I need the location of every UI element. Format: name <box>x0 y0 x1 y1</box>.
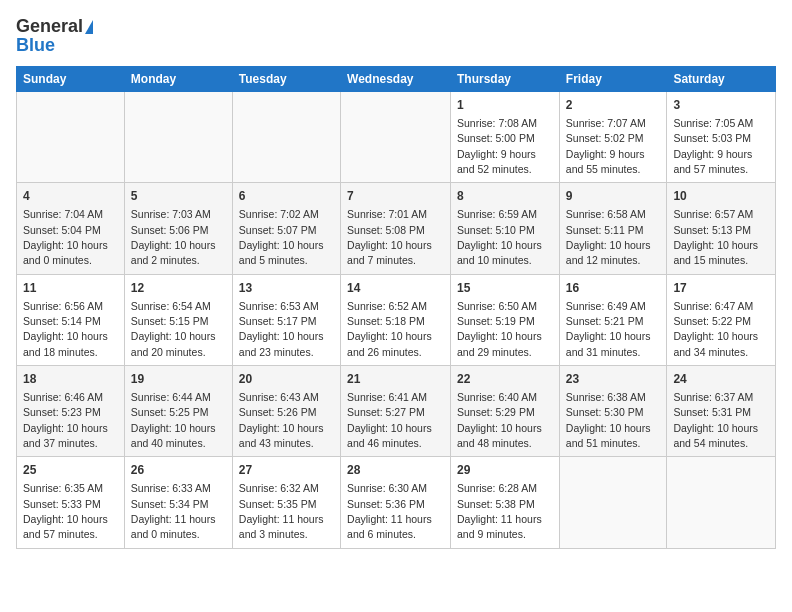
day-info: Sunrise: 7:05 AM Sunset: 5:03 PM Dayligh… <box>673 117 753 175</box>
logo-triangle-icon <box>85 20 93 34</box>
day-number: 5 <box>131 188 226 205</box>
day-number: 17 <box>673 280 769 297</box>
calendar-cell: 3Sunrise: 7:05 AM Sunset: 5:03 PM Daylig… <box>667 92 776 183</box>
calendar-cell: 12Sunrise: 6:54 AM Sunset: 5:15 PM Dayli… <box>124 274 232 365</box>
calendar-cell: 6Sunrise: 7:02 AM Sunset: 5:07 PM Daylig… <box>232 183 340 274</box>
day-info: Sunrise: 6:37 AM Sunset: 5:31 PM Dayligh… <box>673 391 758 449</box>
logo: General Blue <box>16 16 93 56</box>
calendar-cell <box>17 92 125 183</box>
calendar-cell: 9Sunrise: 6:58 AM Sunset: 5:11 PM Daylig… <box>559 183 667 274</box>
calendar-cell: 19Sunrise: 6:44 AM Sunset: 5:25 PM Dayli… <box>124 366 232 457</box>
day-number: 21 <box>347 371 444 388</box>
logo-general-text: General <box>16 16 83 37</box>
day-number: 20 <box>239 371 334 388</box>
calendar-cell: 15Sunrise: 6:50 AM Sunset: 5:19 PM Dayli… <box>451 274 560 365</box>
calendar-cell: 25Sunrise: 6:35 AM Sunset: 5:33 PM Dayli… <box>17 457 125 548</box>
week-row-4: 18Sunrise: 6:46 AM Sunset: 5:23 PM Dayli… <box>17 366 776 457</box>
calendar-cell <box>559 457 667 548</box>
day-number: 13 <box>239 280 334 297</box>
day-number: 1 <box>457 97 553 114</box>
day-number: 23 <box>566 371 661 388</box>
calendar-cell: 29Sunrise: 6:28 AM Sunset: 5:38 PM Dayli… <box>451 457 560 548</box>
calendar-cell: 16Sunrise: 6:49 AM Sunset: 5:21 PM Dayli… <box>559 274 667 365</box>
header-day-friday: Friday <box>559 67 667 92</box>
day-info: Sunrise: 6:54 AM Sunset: 5:15 PM Dayligh… <box>131 300 216 358</box>
week-row-2: 4Sunrise: 7:04 AM Sunset: 5:04 PM Daylig… <box>17 183 776 274</box>
day-info: Sunrise: 7:03 AM Sunset: 5:06 PM Dayligh… <box>131 208 216 266</box>
calendar-cell: 2Sunrise: 7:07 AM Sunset: 5:02 PM Daylig… <box>559 92 667 183</box>
calendar-cell: 11Sunrise: 6:56 AM Sunset: 5:14 PM Dayli… <box>17 274 125 365</box>
week-row-5: 25Sunrise: 6:35 AM Sunset: 5:33 PM Dayli… <box>17 457 776 548</box>
calendar-cell <box>341 92 451 183</box>
day-info: Sunrise: 7:08 AM Sunset: 5:00 PM Dayligh… <box>457 117 537 175</box>
day-info: Sunrise: 6:56 AM Sunset: 5:14 PM Dayligh… <box>23 300 108 358</box>
day-info: Sunrise: 6:44 AM Sunset: 5:25 PM Dayligh… <box>131 391 216 449</box>
calendar-table: SundayMondayTuesdayWednesdayThursdayFrid… <box>16 66 776 549</box>
day-number: 8 <box>457 188 553 205</box>
day-number: 22 <box>457 371 553 388</box>
day-info: Sunrise: 6:38 AM Sunset: 5:30 PM Dayligh… <box>566 391 651 449</box>
calendar-cell <box>667 457 776 548</box>
day-info: Sunrise: 6:57 AM Sunset: 5:13 PM Dayligh… <box>673 208 758 266</box>
calendar-cell: 4Sunrise: 7:04 AM Sunset: 5:04 PM Daylig… <box>17 183 125 274</box>
header-day-monday: Monday <box>124 67 232 92</box>
day-info: Sunrise: 6:32 AM Sunset: 5:35 PM Dayligh… <box>239 482 324 540</box>
calendar-cell: 18Sunrise: 6:46 AM Sunset: 5:23 PM Dayli… <box>17 366 125 457</box>
day-number: 19 <box>131 371 226 388</box>
day-number: 9 <box>566 188 661 205</box>
calendar-cell: 27Sunrise: 6:32 AM Sunset: 5:35 PM Dayli… <box>232 457 340 548</box>
week-row-1: 1Sunrise: 7:08 AM Sunset: 5:00 PM Daylig… <box>17 92 776 183</box>
calendar-cell: 10Sunrise: 6:57 AM Sunset: 5:13 PM Dayli… <box>667 183 776 274</box>
calendar-cell: 28Sunrise: 6:30 AM Sunset: 5:36 PM Dayli… <box>341 457 451 548</box>
day-info: Sunrise: 7:02 AM Sunset: 5:07 PM Dayligh… <box>239 208 324 266</box>
week-row-3: 11Sunrise: 6:56 AM Sunset: 5:14 PM Dayli… <box>17 274 776 365</box>
calendar-cell: 8Sunrise: 6:59 AM Sunset: 5:10 PM Daylig… <box>451 183 560 274</box>
day-info: Sunrise: 6:53 AM Sunset: 5:17 PM Dayligh… <box>239 300 324 358</box>
header-day-sunday: Sunday <box>17 67 125 92</box>
day-info: Sunrise: 7:01 AM Sunset: 5:08 PM Dayligh… <box>347 208 432 266</box>
header-day-saturday: Saturday <box>667 67 776 92</box>
calendar-cell: 7Sunrise: 7:01 AM Sunset: 5:08 PM Daylig… <box>341 183 451 274</box>
day-number: 4 <box>23 188 118 205</box>
header-day-tuesday: Tuesday <box>232 67 340 92</box>
day-number: 15 <box>457 280 553 297</box>
day-number: 14 <box>347 280 444 297</box>
day-info: Sunrise: 6:30 AM Sunset: 5:36 PM Dayligh… <box>347 482 432 540</box>
day-number: 29 <box>457 462 553 479</box>
day-number: 24 <box>673 371 769 388</box>
day-number: 16 <box>566 280 661 297</box>
calendar-cell: 14Sunrise: 6:52 AM Sunset: 5:18 PM Dayli… <box>341 274 451 365</box>
calendar-cell: 26Sunrise: 6:33 AM Sunset: 5:34 PM Dayli… <box>124 457 232 548</box>
calendar-cell <box>124 92 232 183</box>
calendar-cell <box>232 92 340 183</box>
day-info: Sunrise: 6:46 AM Sunset: 5:23 PM Dayligh… <box>23 391 108 449</box>
day-number: 28 <box>347 462 444 479</box>
day-info: Sunrise: 6:52 AM Sunset: 5:18 PM Dayligh… <box>347 300 432 358</box>
day-info: Sunrise: 6:41 AM Sunset: 5:27 PM Dayligh… <box>347 391 432 449</box>
day-info: Sunrise: 6:47 AM Sunset: 5:22 PM Dayligh… <box>673 300 758 358</box>
day-info: Sunrise: 6:35 AM Sunset: 5:33 PM Dayligh… <box>23 482 108 540</box>
day-info: Sunrise: 6:33 AM Sunset: 5:34 PM Dayligh… <box>131 482 216 540</box>
day-info: Sunrise: 6:28 AM Sunset: 5:38 PM Dayligh… <box>457 482 542 540</box>
day-number: 11 <box>23 280 118 297</box>
page-header: General Blue <box>16 16 776 56</box>
day-number: 12 <box>131 280 226 297</box>
day-info: Sunrise: 6:43 AM Sunset: 5:26 PM Dayligh… <box>239 391 324 449</box>
day-number: 2 <box>566 97 661 114</box>
day-number: 27 <box>239 462 334 479</box>
day-number: 25 <box>23 462 118 479</box>
day-info: Sunrise: 7:07 AM Sunset: 5:02 PM Dayligh… <box>566 117 646 175</box>
calendar-cell: 13Sunrise: 6:53 AM Sunset: 5:17 PM Dayli… <box>232 274 340 365</box>
day-number: 6 <box>239 188 334 205</box>
calendar-cell: 5Sunrise: 7:03 AM Sunset: 5:06 PM Daylig… <box>124 183 232 274</box>
header-day-thursday: Thursday <box>451 67 560 92</box>
day-info: Sunrise: 6:49 AM Sunset: 5:21 PM Dayligh… <box>566 300 651 358</box>
day-number: 26 <box>131 462 226 479</box>
calendar-cell: 1Sunrise: 7:08 AM Sunset: 5:00 PM Daylig… <box>451 92 560 183</box>
calendar-cell: 21Sunrise: 6:41 AM Sunset: 5:27 PM Dayli… <box>341 366 451 457</box>
day-info: Sunrise: 6:50 AM Sunset: 5:19 PM Dayligh… <box>457 300 542 358</box>
calendar-cell: 24Sunrise: 6:37 AM Sunset: 5:31 PM Dayli… <box>667 366 776 457</box>
day-number: 10 <box>673 188 769 205</box>
day-number: 7 <box>347 188 444 205</box>
day-number: 3 <box>673 97 769 114</box>
